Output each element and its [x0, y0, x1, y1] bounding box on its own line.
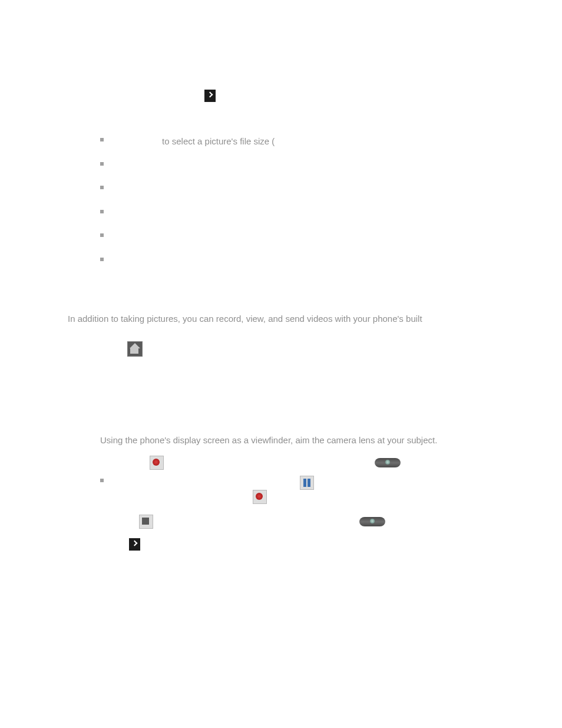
list-item: Resolution to select a picture's file si… — [100, 135, 515, 149]
bullet-icon — [100, 233, 104, 237]
text: to access the following options. — [220, 90, 342, 100]
step-item: 5. Tap Stop to stop shooting. Or you can… — [68, 515, 515, 529]
text: to select where to store your pictures a… — [151, 184, 346, 194]
step-number: 4. — [82, 456, 90, 469]
text: to stop shooting. Or you can press the c… — [158, 516, 355, 526]
step-number: 2. — [82, 413, 90, 426]
text-bold: 5M/3M/W2.4M/2M/1M/W0.4M/VGA — [275, 136, 413, 146]
bullet-icon — [100, 258, 104, 261]
list-item: View pictures/videos to access the Galle… — [100, 207, 515, 220]
text-bold: Note — [100, 108, 119, 118]
text: to begin shooting. Or you can press the … — [168, 457, 371, 467]
step-number: 3. — [82, 434, 90, 447]
text: select — [100, 90, 123, 100]
text: Press and hold the camera button on the … — [100, 392, 445, 402]
bullet-icon — [100, 162, 104, 166]
step-item: 1. Press and tap Apps > Camera to activa… — [68, 341, 515, 404]
list-item: Storage to select where to store your pi… — [100, 183, 515, 196]
text: In addition to taking pictures, you can … — [68, 314, 422, 324]
footer-section: Camera and Video — [68, 631, 141, 644]
stop-icon — [139, 515, 153, 529]
text-bold: Continuous Shot — [173, 108, 239, 118]
step-number: 1. — [82, 341, 90, 355]
text: to select a picture's file size ( — [162, 136, 275, 146]
text: . — [389, 516, 392, 526]
text-bold: Review screen — [118, 232, 176, 242]
step-item: 4. Tap Record to begin shooting. Or you … — [68, 456, 515, 504]
step-number: 6. — [82, 537, 90, 551]
text: to switch to camcorder — [323, 414, 412, 424]
text: to activate camera mode. — [242, 343, 341, 353]
list-item: Restore defaults to restore all the came… — [100, 255, 515, 268]
text: If you want to pause the recording, tap … — [118, 477, 296, 487]
camera-key-icon — [359, 517, 385, 526]
text: to access the following options. — [144, 538, 267, 548]
text: . — [447, 108, 449, 118]
text-bold: Flash/Resolution/Focus mode — [329, 108, 446, 118]
step-number: 5. — [82, 515, 90, 528]
text: is only available in camcorder mode. — [115, 558, 259, 568]
text: . The recording indicator turns to green — [318, 477, 470, 487]
text: to restore all the camera settings to th… — [184, 256, 396, 266]
text: Tap Stop — [100, 516, 135, 526]
text-bold: In device — [346, 184, 382, 194]
text: Select — [100, 538, 125, 548]
text-bold: Resolution — [118, 136, 160, 146]
text-bold: Camera — [117, 414, 148, 424]
text: – or – — [100, 367, 515, 381]
pause-icon — [300, 476, 314, 490]
text: and select — [160, 90, 200, 100]
footer-page-number: 105 — [500, 631, 515, 644]
list-item: Review screen to select whether or not t… — [100, 230, 515, 244]
bullet-icon — [100, 479, 104, 482]
text: -in — [422, 314, 432, 324]
text: video camera. — [434, 314, 490, 324]
text: Press — [100, 343, 123, 353]
text: , you cannot select the — [239, 108, 327, 118]
text: on the settings panel and select — [151, 414, 275, 424]
text: Using the phone's display screen as a vi… — [100, 435, 437, 445]
heading-record-videos: Record Videos — [68, 289, 515, 304]
text: to access the Gallery application. — [201, 208, 330, 218]
text: and tap — [147, 343, 176, 353]
record-icon — [253, 490, 267, 504]
home-icon — [127, 341, 143, 357]
text: Tap — [100, 414, 114, 424]
text: Tap Record — [100, 457, 146, 467]
text-bold: Restore defaults — [118, 256, 182, 266]
step-item: 3. Using the phone's display screen as a… — [68, 434, 515, 447]
text: to add location information to the pictu… — [154, 160, 313, 170]
text: : If you select — [119, 108, 171, 118]
text-bold: Settings — [125, 90, 157, 100]
record-icon — [150, 456, 164, 470]
text-bold: Apps — [178, 343, 198, 353]
bullet-icon — [100, 210, 104, 213]
text: > — [200, 343, 206, 353]
bullet-icon — [100, 186, 104, 189]
list-item: If you want to pause the recording, tap … — [100, 476, 515, 504]
text-bold: HD — [100, 558, 113, 568]
text: to select whether or not to display for … — [178, 232, 446, 242]
text: ). — [413, 136, 418, 146]
text: mode. — [448, 392, 472, 402]
text: . — [405, 457, 407, 467]
text-bold: Location — [118, 160, 151, 170]
step-item: 2. Tap Camera on the settings panel and … — [68, 413, 515, 426]
list-item: Location to add location information to … — [100, 159, 515, 173]
text-bold: View pictures/videos — [118, 208, 198, 218]
text: mode. — [415, 414, 439, 424]
chevron-right-icon — [129, 538, 140, 551]
text-bold: Camcorder — [277, 414, 321, 424]
text-bold: microSD — [394, 184, 428, 194]
bullet-icon — [100, 138, 104, 141]
text: . — [271, 491, 273, 501]
chevron-right-icon — [204, 90, 216, 102]
text: ). — [428, 184, 434, 194]
text-bold: Storage — [118, 184, 149, 194]
camera-key-icon — [375, 458, 401, 467]
text: or — [384, 184, 392, 194]
text-bold: Camera — [208, 343, 239, 353]
step-item: 6. Select to access the following option… — [68, 537, 515, 569]
